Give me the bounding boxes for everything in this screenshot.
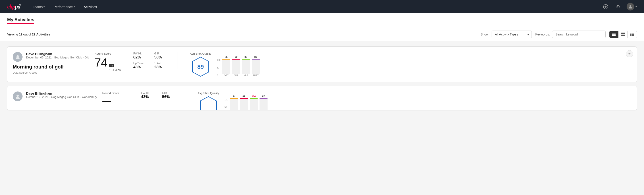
score-holes: 18 Holes (109, 68, 120, 72)
sub-stats: FW Hit 62% GIR 50% Up/Down 43% 1 Putt (134, 52, 178, 70)
round-score-section: Round Score 74 +4 18 Holes (94, 52, 128, 72)
brand-logo[interactable]: clippd (7, 3, 20, 10)
view-toggle-list-compact[interactable] (610, 31, 618, 38)
avatar (626, 3, 634, 10)
sub-stats-2: FW Hit 43% GIR 56% (141, 92, 185, 99)
search-input[interactable] (552, 30, 606, 38)
svg-point-17 (16, 55, 19, 57)
svg-rect-10 (623, 34, 625, 36)
bar2-app: 82 APP (240, 95, 248, 111)
activity-card: ✏ Dave Billingham December 05, 2021 · Go… (7, 46, 637, 82)
bar2-ott: 94 OTT (230, 95, 238, 111)
up-down-label: Up/Down (134, 62, 149, 65)
round-score-label: Round Score (94, 52, 128, 55)
hex-container-2 (198, 96, 219, 110)
bar-app-top (232, 59, 240, 60)
svg-rect-7 (621, 32, 623, 34)
gir-stat: GIR 50% (154, 52, 170, 60)
y-label-50: 50 (217, 66, 220, 69)
bar-ott: 85 OTT (222, 56, 230, 77)
list-compact-icon (612, 33, 616, 36)
bar2-arg: 106 ARG (250, 95, 258, 111)
svg-rect-9 (621, 34, 623, 36)
shot-quality-chart-2: 100 50 0 94 OTT (224, 92, 268, 111)
avg-quality-section-2: Avg Shot Quality 100 (190, 92, 267, 110)
user-chevron-icon: ▾ (636, 5, 637, 8)
bar-app-value: 90 (235, 56, 238, 58)
gir-stat-2: GIR 56% (162, 92, 178, 99)
bar-app: 90 APP (232, 56, 240, 77)
svg-rect-11 (630, 33, 631, 34)
svg-rect-5 (612, 34, 616, 34)
fw-hit-stat-2: FW Hit 43% (141, 92, 157, 99)
hex-value: 89 (197, 63, 204, 70)
activity-type-select[interactable]: All Activity Types (492, 30, 532, 38)
avg-quality-section: Avg Shot Quality 89 (183, 52, 260, 77)
page-title: My Activities (7, 17, 34, 24)
user-avatar-button[interactable]: ▾ (626, 3, 637, 10)
gir-value: 50% (154, 55, 170, 60)
fw-hit-label: FW Hit (134, 52, 149, 55)
hex-shape: 89 (192, 57, 210, 77)
avatar (13, 52, 22, 62)
viewing-count: Viewing 12 out of 29 Activities (7, 32, 477, 36)
page-header: My Activities (0, 14, 644, 28)
card-2-info: Dave Billingham October 16, 2021 · Gog M… (13, 92, 97, 103)
activity-type-select-wrapper: All Activity Types (492, 30, 532, 38)
view-toggle-group (609, 31, 637, 38)
avg-quality-label: Avg Shot Quality (190, 52, 212, 55)
card-info: Dave Billingham December 05, 2021 · Gog … (13, 52, 89, 74)
data-source: Data Source: Arccos (13, 71, 89, 74)
edit-button[interactable]: ✏ (626, 50, 633, 57)
fw-hit-label-2: FW Hit (141, 92, 157, 94)
user-meta-2: October 16, 2021 · Gog Magog Golf Club -… (26, 95, 97, 98)
shot-quality-chart: 100 50 0 85 (217, 52, 260, 77)
activities-list: ✏ Dave Billingham December 05, 2021 · Go… (0, 41, 644, 119)
user-name: Dave Billingham (26, 52, 89, 56)
bar-putt: 89 PUTT (252, 56, 260, 77)
view-toggle-grid[interactable] (618, 31, 628, 38)
nav-teams[interactable]: Teams ▾ (29, 3, 48, 10)
user-name-2: Dave Billingham (26, 92, 97, 95)
svg-rect-8 (623, 32, 625, 34)
activity-card-2: Dave Billingham October 16, 2021 · Gog M… (7, 86, 637, 110)
one-putt-stat: 1 Putt 28% (154, 62, 170, 70)
score-value-2: — (102, 96, 111, 105)
bar-putt-value: 89 (254, 56, 257, 58)
fw-hit-value: 62% (134, 55, 149, 60)
filter-bar: Viewing 12 out of 29 Activities Show: Al… (0, 28, 644, 41)
nav-performance[interactable]: Performance ▾ (50, 3, 78, 10)
hex-shape-2 (200, 96, 217, 110)
grid-icon (621, 32, 625, 36)
teams-chevron-icon: ▾ (44, 6, 45, 8)
round-score-section-2: Round Score — (102, 92, 136, 105)
view-toggle-list-detail[interactable] (628, 31, 637, 38)
gir-label-2: GIR (162, 92, 178, 94)
activity-type-filter: Show: All Activity Types (481, 30, 532, 38)
user-meta: December 05, 2021 · Gog Magog Golf Club … (26, 56, 89, 59)
activity-title: Morning round of golf (13, 64, 89, 70)
nav-right: ▾ (602, 3, 637, 11)
up-down-stat: Up/Down 43% (134, 62, 149, 70)
nav-links: Teams ▾ Performance ▾ Activities (29, 3, 602, 10)
fw-hit-value-2: 43% (141, 94, 157, 99)
score-value: 74 (94, 57, 108, 68)
svg-point-19 (16, 94, 19, 97)
bar-arg-top (242, 59, 250, 60)
refresh-button[interactable] (614, 3, 622, 11)
add-icon (603, 4, 608, 9)
bar-arg-value: 89 (244, 56, 247, 58)
performance-chevron-icon: ▾ (74, 6, 75, 8)
bar2-putt: 87 PUTT (260, 95, 268, 111)
nav-activities[interactable]: Activities (80, 3, 100, 10)
add-button[interactable] (602, 3, 610, 11)
y-label-100: 100 (217, 59, 220, 61)
bar-arg-label: ARG (244, 74, 248, 77)
score-badge: +4 (109, 64, 114, 68)
up-down-value: 43% (134, 65, 149, 70)
list-detail-icon (630, 33, 634, 36)
keywords-label: Keywords: (535, 32, 550, 36)
bar-arg: 89 ARG (242, 56, 250, 77)
hex-container: 89 (190, 57, 212, 77)
bar-ott-value: 85 (225, 56, 228, 58)
